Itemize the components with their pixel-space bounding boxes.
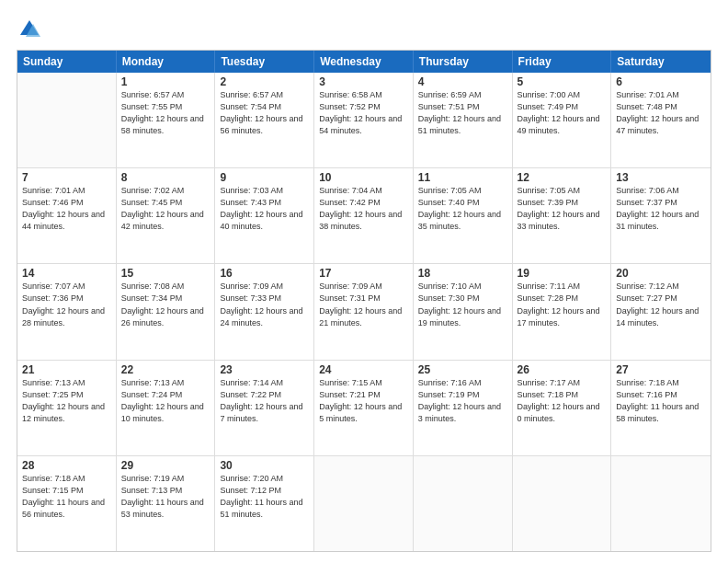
cell-info: Sunrise: 7:08 AMSunset: 7:34 PMDaylight:… [121,281,210,328]
day-number: 6 [616,75,706,88]
cell-info: Sunrise: 7:11 AMSunset: 7:28 PMDaylight:… [518,281,607,328]
cell-info: Sunrise: 7:02 AMSunset: 7:45 PMDaylight:… [121,185,210,233]
calendar-cell: 10Sunrise: 7:04 AMSunset: 7:42 PMDayligh… [314,168,414,263]
day-number: 29 [121,459,210,472]
cell-info: Sunrise: 7:17 AMSunset: 7:18 PMDaylight:… [518,377,607,425]
page: SundayMondayTuesdayWednesdayThursdayFrid… [0,0,728,563]
calendar-cell [314,456,414,551]
header-cell-thursday: Thursday [414,51,513,73]
day-number: 21 [22,363,111,376]
calendar-cell: 14Sunrise: 7:07 AMSunset: 7:36 PMDayligh… [17,264,117,359]
calendar-cell: 5Sunrise: 7:00 AMSunset: 7:49 PMDaylight… [513,73,612,167]
cell-info: Sunrise: 7:13 AMSunset: 7:24 PMDaylight:… [121,377,210,425]
cell-info: Sunrise: 7:16 AMSunset: 7:19 PMDaylight:… [418,377,507,425]
cell-info: Sunrise: 7:19 AMSunset: 7:13 PMDaylight:… [121,473,210,521]
calendar-cell: 26Sunrise: 7:17 AMSunset: 7:18 PMDayligh… [513,361,612,455]
cell-info: Sunrise: 7:04 AMSunset: 7:42 PMDaylight:… [319,185,408,233]
calendar-row-2: 7Sunrise: 7:01 AMSunset: 7:46 PMDaylight… [17,168,711,264]
day-number: 20 [616,267,706,280]
calendar-cell: 6Sunrise: 7:01 AMSunset: 7:48 PMDaylight… [611,73,711,167]
logo-area [17,17,44,42]
calendar-cell: 15Sunrise: 7:08 AMSunset: 7:34 PMDayligh… [117,264,216,359]
cell-info: Sunrise: 7:18 AMSunset: 7:15 PMDaylight:… [22,473,111,521]
cell-info: Sunrise: 6:57 AMSunset: 7:54 PMDaylight:… [220,89,309,137]
day-number: 24 [319,363,408,376]
calendar-cell [414,456,513,551]
day-number: 18 [418,267,507,280]
cell-info: Sunrise: 6:59 AMSunset: 7:51 PMDaylight:… [418,89,507,137]
header-cell-wednesday: Wednesday [314,51,414,73]
day-number: 5 [518,75,607,88]
calendar-cell: 23Sunrise: 7:14 AMSunset: 7:22 PMDayligh… [215,361,314,455]
cell-info: Sunrise: 7:12 AMSunset: 7:27 PMDaylight:… [616,281,706,328]
header-cell-tuesday: Tuesday [215,51,314,73]
day-number: 19 [518,267,607,280]
calendar-cell [513,456,612,551]
cell-info: Sunrise: 7:18 AMSunset: 7:16 PMDaylight:… [616,377,706,425]
cell-info: Sunrise: 6:57 AMSunset: 7:55 PMDaylight:… [121,89,210,137]
calendar-cell: 24Sunrise: 7:15 AMSunset: 7:21 PMDayligh… [314,361,414,455]
day-number: 25 [418,363,507,376]
calendar-cell: 17Sunrise: 7:09 AMSunset: 7:31 PMDayligh… [314,264,414,359]
cell-info: Sunrise: 7:03 AMSunset: 7:43 PMDaylight:… [220,185,309,233]
calendar-cell: 4Sunrise: 6:59 AMSunset: 7:51 PMDaylight… [414,73,513,167]
day-number: 4 [418,75,507,88]
calendar-row-4: 21Sunrise: 7:13 AMSunset: 7:25 PMDayligh… [17,361,711,456]
day-number: 9 [220,171,309,184]
day-number: 1 [121,75,210,88]
calendar-cell [611,456,711,551]
day-number: 17 [319,267,408,280]
day-number: 10 [319,171,408,184]
calendar-cell: 3Sunrise: 6:58 AMSunset: 7:52 PMDaylight… [314,73,414,167]
cell-info: Sunrise: 7:10 AMSunset: 7:30 PMDaylight:… [418,281,507,328]
calendar-cell: 18Sunrise: 7:10 AMSunset: 7:30 PMDayligh… [414,264,513,359]
calendar-cell: 20Sunrise: 7:12 AMSunset: 7:27 PMDayligh… [611,264,711,359]
calendar-cell [17,73,117,167]
calendar-cell: 19Sunrise: 7:11 AMSunset: 7:28 PMDayligh… [513,264,612,359]
calendar: SundayMondayTuesdayWednesdayThursdayFrid… [17,50,711,552]
calendar-cell: 13Sunrise: 7:06 AMSunset: 7:37 PMDayligh… [611,168,711,263]
cell-info: Sunrise: 7:15 AMSunset: 7:21 PMDaylight:… [319,377,408,425]
cell-info: Sunrise: 7:20 AMSunset: 7:12 PMDaylight:… [220,473,309,521]
calendar-cell: 2Sunrise: 6:57 AMSunset: 7:54 PMDaylight… [215,73,314,167]
calendar-body: 1Sunrise: 6:57 AMSunset: 7:55 PMDaylight… [17,73,711,551]
cell-info: Sunrise: 7:05 AMSunset: 7:39 PMDaylight:… [518,185,607,233]
calendar-row-3: 14Sunrise: 7:07 AMSunset: 7:36 PMDayligh… [17,264,711,360]
cell-info: Sunrise: 7:09 AMSunset: 7:33 PMDaylight:… [220,281,309,328]
calendar-row-1: 1Sunrise: 6:57 AMSunset: 7:55 PMDaylight… [17,73,711,168]
header [17,17,711,42]
cell-info: Sunrise: 7:01 AMSunset: 7:46 PMDaylight:… [22,185,111,233]
cell-info: Sunrise: 6:58 AMSunset: 7:52 PMDaylight:… [319,89,408,137]
calendar-cell: 1Sunrise: 6:57 AMSunset: 7:55 PMDaylight… [117,73,216,167]
day-number: 7 [22,171,111,184]
day-number: 23 [220,363,309,376]
day-number: 22 [121,363,210,376]
header-cell-sunday: Sunday [17,51,117,73]
calendar-cell: 21Sunrise: 7:13 AMSunset: 7:25 PMDayligh… [17,361,117,455]
day-number: 28 [22,459,111,472]
day-number: 16 [220,267,309,280]
day-number: 27 [616,363,706,376]
cell-info: Sunrise: 7:00 AMSunset: 7:49 PMDaylight:… [518,89,607,137]
header-cell-saturday: Saturday [611,51,711,73]
calendar-header: SundayMondayTuesdayWednesdayThursdayFrid… [17,51,711,73]
calendar-cell: 27Sunrise: 7:18 AMSunset: 7:16 PMDayligh… [611,361,711,455]
day-number: 15 [121,267,210,280]
cell-info: Sunrise: 7:14 AMSunset: 7:22 PMDaylight:… [220,377,309,425]
cell-info: Sunrise: 7:06 AMSunset: 7:37 PMDaylight:… [616,185,706,233]
day-number: 12 [518,171,607,184]
calendar-cell: 22Sunrise: 7:13 AMSunset: 7:24 PMDayligh… [117,361,216,455]
cell-info: Sunrise: 7:01 AMSunset: 7:48 PMDaylight:… [616,89,706,137]
calendar-cell: 29Sunrise: 7:19 AMSunset: 7:13 PMDayligh… [117,456,216,551]
calendar-cell: 9Sunrise: 7:03 AMSunset: 7:43 PMDaylight… [215,168,314,263]
cell-info: Sunrise: 7:13 AMSunset: 7:25 PMDaylight:… [22,377,111,425]
logo-icon [17,17,42,42]
cell-info: Sunrise: 7:05 AMSunset: 7:40 PMDaylight:… [418,185,507,233]
calendar-cell: 7Sunrise: 7:01 AMSunset: 7:46 PMDaylight… [17,168,117,263]
calendar-cell: 30Sunrise: 7:20 AMSunset: 7:12 PMDayligh… [215,456,314,551]
day-number: 8 [121,171,210,184]
calendar-cell: 25Sunrise: 7:16 AMSunset: 7:19 PMDayligh… [414,361,513,455]
day-number: 3 [319,75,408,88]
calendar-cell: 28Sunrise: 7:18 AMSunset: 7:15 PMDayligh… [17,456,117,551]
header-cell-friday: Friday [513,51,612,73]
